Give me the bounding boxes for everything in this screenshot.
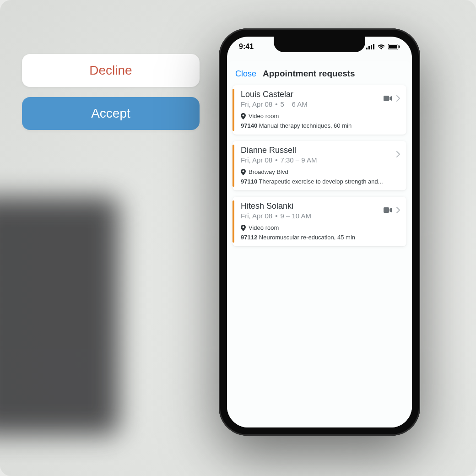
appointment-time: 5 – 6 AM (280, 100, 307, 108)
location-pin-icon (241, 113, 246, 119)
cpt-code: 97140 (241, 122, 257, 129)
location-text: Video room (249, 113, 279, 119)
patient-name: Hitesh Solanki (241, 201, 311, 211)
svg-rect-5 (389, 45, 397, 49)
chevron-right-icon (396, 151, 400, 157)
card-accent (233, 89, 234, 131)
appointment-desc: 97140 Manual therapy techniques, 60 min (241, 122, 400, 129)
sheet-title: Appointment requests (263, 69, 355, 79)
location-text: Broadway Blvd (249, 168, 288, 175)
close-button[interactable]: Close (235, 69, 256, 79)
svg-rect-7 (384, 96, 389, 101)
status-indicators (366, 44, 400, 49)
appointment-desc: 97110 Therapeutic exercise to develop st… (241, 178, 400, 185)
location-text: Video room (249, 224, 279, 231)
appointment-datetime: Fri, Apr 08•5 – 6 AM (241, 100, 308, 108)
accept-label: Accept (91, 106, 130, 121)
dot-separator: • (272, 156, 280, 164)
decline-label: Decline (89, 63, 132, 78)
card-heading: Louis CastelarFri, Apr 08•5 – 6 AM (241, 90, 308, 108)
video-icon (384, 96, 392, 101)
card-top: Dianne RussellFri, Apr 08•7:30 – 9 AM (241, 146, 400, 164)
location-pin-icon (241, 225, 246, 231)
chevron-right-icon (396, 207, 400, 213)
request-card[interactable]: Louis CastelarFri, Apr 08•5 – 6 AMVideo … (233, 85, 406, 135)
svg-rect-1 (368, 46, 370, 49)
patient-name: Louis Castelar (241, 90, 308, 99)
appointment-date: Fri, Apr 08 (241, 212, 272, 220)
card-right-icons (384, 90, 400, 102)
appointment-location: Video room (241, 113, 400, 119)
accept-button[interactable]: Accept (22, 97, 200, 130)
dot-separator: • (272, 100, 280, 108)
desc-text: Manual therapy techniques, 60 min (259, 122, 352, 129)
wifi-icon (377, 44, 385, 49)
video-icon (384, 207, 392, 213)
cpt-code: 97112 (241, 234, 257, 241)
svg-rect-3 (373, 44, 374, 49)
appointment-location: Video room (241, 224, 400, 231)
card-accent (233, 200, 234, 243)
svg-rect-0 (366, 48, 368, 49)
location-pin-icon (241, 169, 246, 175)
decline-button[interactable]: Decline (22, 54, 200, 87)
appointment-sheet: Close Appointment requests Louis Castela… (227, 61, 412, 427)
chevron-right-icon (396, 95, 400, 102)
phone-screen: 9:41 Close Appointment requests Louis Ca… (227, 37, 412, 427)
patient-name: Dianne Russell (241, 146, 317, 155)
card-top: Hitesh SolankiFri, Apr 08•9 – 10 AM (241, 201, 400, 220)
card-heading: Dianne RussellFri, Apr 08•7:30 – 9 AM (241, 146, 317, 164)
appointment-datetime: Fri, Apr 08•7:30 – 9 AM (241, 156, 317, 164)
appointment-date: Fri, Apr 08 (241, 100, 272, 108)
card-top: Louis CastelarFri, Apr 08•5 – 6 AM (241, 90, 400, 108)
desc-text: Neuromuscular re-education, 45 min (259, 234, 355, 241)
dot-separator: • (272, 212, 280, 220)
svg-rect-2 (371, 45, 372, 49)
battery-icon (388, 44, 400, 49)
appointment-date: Fri, Apr 08 (241, 156, 272, 164)
scene: Decline Accept 9:41 Close Appointment re… (0, 0, 476, 476)
status-time: 9:41 (239, 43, 254, 51)
card-heading: Hitesh SolankiFri, Apr 08•9 – 10 AM (241, 201, 311, 220)
appointment-time: 7:30 – 9 AM (280, 156, 317, 164)
sheet-header: Close Appointment requests (233, 68, 406, 85)
appointment-datetime: Fri, Apr 08•9 – 10 AM (241, 212, 311, 220)
background-blur (0, 197, 119, 435)
card-accent (233, 145, 234, 187)
phone-notch (274, 37, 365, 52)
svg-rect-6 (399, 46, 400, 48)
appointment-time: 9 – 10 AM (280, 212, 311, 220)
appointment-desc: 97112 Neuromuscular re-education, 45 min (241, 234, 400, 241)
phone-mockup: 9:41 Close Appointment requests Louis Ca… (219, 28, 420, 436)
request-card[interactable]: Hitesh SolankiFri, Apr 08•9 – 10 AMVideo… (233, 197, 406, 246)
action-buttons: Decline Accept (22, 54, 200, 140)
svg-rect-8 (384, 207, 389, 213)
card-right-icons (384, 201, 400, 213)
request-list: Louis CastelarFri, Apr 08•5 – 6 AMVideo … (233, 85, 406, 246)
request-card[interactable]: Dianne RussellFri, Apr 08•7:30 – 9 AMBro… (233, 141, 406, 190)
cpt-code: 97110 (241, 178, 257, 185)
appointment-location: Broadway Blvd (241, 168, 400, 175)
desc-text: Therapeutic exercise to develop strength… (259, 178, 383, 185)
signal-icon (366, 44, 374, 49)
card-right-icons (396, 146, 400, 157)
